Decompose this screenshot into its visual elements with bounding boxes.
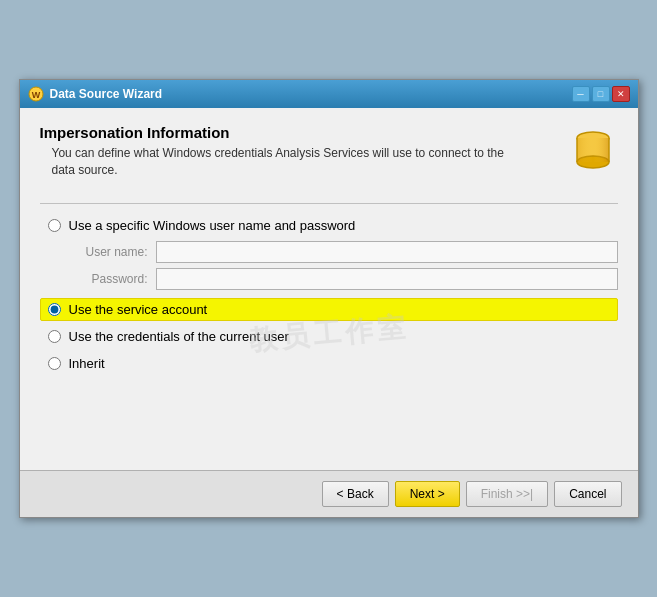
svg-rect-5	[577, 138, 609, 162]
radio-windows[interactable]	[48, 219, 61, 232]
datasource-icon	[568, 126, 618, 176]
option-windows[interactable]: Use a specific Windows user name and pas…	[40, 214, 618, 237]
cancel-button[interactable]: Cancel	[554, 481, 621, 507]
option-current-user-label[interactable]: Use the credentials of the current user	[69, 329, 289, 344]
button-bar: < Back Next > Finish >>| Cancel	[20, 470, 638, 517]
wizard-content: Impersonation Information You can define…	[20, 108, 638, 470]
option-inherit-label[interactable]: Inherit	[69, 356, 105, 371]
page-header: Impersonation Information You can define…	[40, 124, 556, 179]
password-input[interactable]	[156, 268, 618, 290]
finish-button[interactable]: Finish >>|	[466, 481, 548, 507]
password-row: Password:	[76, 268, 618, 290]
title-bar-left: W Data Source Wizard	[28, 86, 163, 102]
description-line1: You can define what Windows credentials …	[52, 146, 504, 160]
username-input[interactable]	[156, 241, 618, 263]
option-service-label[interactable]: Use the service account	[69, 302, 208, 317]
window-title: Data Source Wizard	[50, 87, 163, 101]
page-description: You can define what Windows credentials …	[40, 145, 556, 179]
page-title: Impersonation Information	[40, 124, 556, 141]
radio-current-user[interactable]	[48, 330, 61, 343]
radio-service[interactable]	[48, 303, 61, 316]
option-service[interactable]: Use the service account	[40, 298, 618, 321]
separator	[40, 203, 618, 204]
credentials-fields: User name: Password:	[40, 241, 618, 290]
options-area: 教员工作室 Use a specific Windows user name a…	[40, 214, 618, 454]
option-windows-label[interactable]: Use a specific Windows user name and pas…	[69, 218, 356, 233]
close-button[interactable]: ✕	[612, 86, 630, 102]
back-button[interactable]: < Back	[322, 481, 389, 507]
wizard-icon: W	[28, 86, 44, 102]
radio-inherit[interactable]	[48, 357, 61, 370]
next-button[interactable]: Next >	[395, 481, 460, 507]
option-current-user[interactable]: Use the credentials of the current user	[40, 325, 618, 348]
svg-text:W: W	[31, 90, 40, 100]
option-inherit[interactable]: Inherit	[40, 352, 618, 375]
description-line2: data source.	[52, 163, 118, 177]
maximize-button[interactable]: □	[592, 86, 610, 102]
title-bar: W Data Source Wizard ─ □ ✕	[20, 80, 638, 108]
password-label: Password:	[76, 272, 156, 286]
wizard-window: W Data Source Wizard ─ □ ✕ Impersonation…	[19, 79, 639, 518]
title-controls: ─ □ ✕	[572, 86, 630, 102]
username-label: User name:	[76, 245, 156, 259]
minimize-button[interactable]: ─	[572, 86, 590, 102]
username-row: User name:	[76, 241, 618, 263]
